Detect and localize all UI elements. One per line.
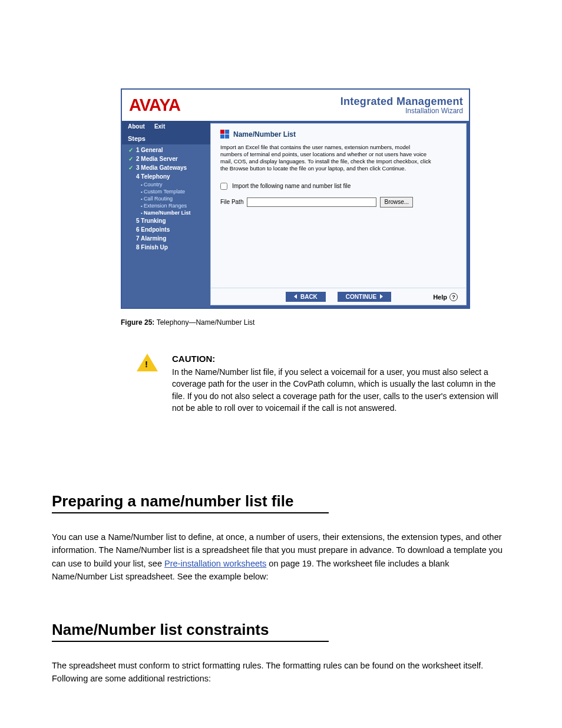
step-finish-up[interactable]: 8 Finish Up: [122, 243, 210, 252]
step-endpoints[interactable]: 6 Endpoints: [122, 225, 210, 234]
brand-block: Integrated Management Installation Wizar…: [340, 96, 463, 114]
wizard-content: Name/Number List Import an Excel file th…: [210, 123, 467, 305]
steps-heading: Steps: [122, 132, 210, 144]
section-body-constraints: The spreadsheet must conform to strict f…: [52, 659, 505, 686]
instructions-text: Import an Excel file that contains the u…: [220, 144, 432, 172]
caution-body: In the Name/Number list file, if you sel…: [172, 366, 502, 414]
filepath-label: File Path: [220, 199, 243, 205]
wizard-screenshot: AVAYA Integrated Management Installation…: [121, 88, 470, 309]
steps-list: ✓1 General ✓2 Media Server ✓3 Media Gate…: [122, 144, 210, 256]
avaya-logo: AVAYA: [129, 95, 180, 115]
caution-block: CAUTION: In the Name/Number list file, i…: [137, 354, 502, 414]
step-media-server[interactable]: ✓2 Media Server: [122, 154, 210, 163]
wizard-nav-bar: BACK CONTINUE Help ?: [211, 288, 466, 305]
filepath-input[interactable]: [247, 197, 376, 207]
continue-button[interactable]: CONTINUE: [338, 292, 391, 302]
step-trunking[interactable]: 5 Trunking: [122, 216, 210, 225]
caution-icon: [137, 354, 158, 371]
arrow-right-icon: [380, 294, 383, 299]
import-checkbox-row: Import the following name and number lis…: [220, 183, 457, 190]
wizard-sidebar: About Exit Steps ✓1 General ✓2 Media Ser…: [122, 121, 210, 308]
step-telephony[interactable]: 4 Telephony: [122, 172, 210, 181]
sidebar-top-menu: About Exit: [122, 121, 210, 132]
step-media-gateways[interactable]: ✓3 Media Gateways: [122, 163, 210, 172]
import-checkbox[interactable]: [220, 183, 227, 190]
help-link[interactable]: Help ?: [433, 293, 458, 301]
step-general[interactable]: ✓1 General: [122, 146, 210, 154]
check-icon: ✓: [127, 164, 135, 171]
arrow-left-icon: [294, 294, 297, 299]
brand-title: Integrated Management: [340, 96, 463, 107]
brand-subtitle: Installation Wizard: [340, 107, 463, 115]
browse-button[interactable]: Browse...: [380, 197, 413, 207]
step-alarming[interactable]: 7 Alarming: [122, 234, 210, 243]
wizard-body: About Exit Steps ✓1 General ✓2 Media Ser…: [122, 121, 469, 308]
section-heading-prepare: Preparing a name/number list file: [52, 492, 329, 513]
telephony-substeps: Country Custom Template Call Routing Ext…: [122, 181, 210, 216]
substep-country[interactable]: Country: [141, 181, 210, 188]
substep-custom-template[interactable]: Custom Template: [141, 188, 210, 195]
worksheets-link[interactable]: Pre-installation worksheets: [164, 559, 266, 568]
help-icon: ?: [449, 293, 458, 301]
substep-name-number-list[interactable]: Name/Number List: [141, 209, 210, 216]
figure-caption: Figure 25: Telephony—Name/Number List: [121, 318, 254, 327]
about-link[interactable]: About: [128, 123, 145, 130]
section-body-prepare: You can use a Name/Number list to define…: [52, 531, 505, 584]
check-icon: ✓: [127, 147, 135, 153]
caution-title: CAUTION:: [172, 354, 502, 364]
back-button[interactable]: BACK: [286, 292, 326, 302]
section-heading-constraints: Name/Number list constraints: [52, 621, 329, 642]
wizard-header: AVAYA Integrated Management Installation…: [122, 90, 469, 121]
check-icon: ✓: [127, 156, 135, 162]
import-checkbox-label: Import the following name and number lis…: [232, 183, 351, 189]
substep-call-routing[interactable]: Call Routing: [141, 195, 210, 202]
page-title: Name/Number List: [220, 130, 457, 139]
file-path-row: File Path Browse...: [220, 197, 457, 207]
squares-icon: [220, 130, 230, 139]
substep-extension-ranges[interactable]: Extension Ranges: [141, 202, 210, 209]
exit-link[interactable]: Exit: [154, 123, 165, 130]
